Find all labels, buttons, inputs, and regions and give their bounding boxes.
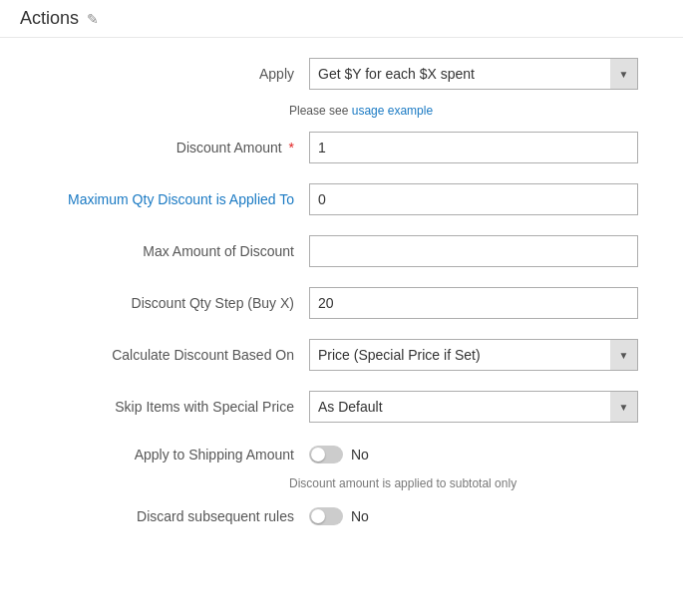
required-indicator: * <box>289 140 294 155</box>
apply-shipping-toggle-wrapper: No <box>309 446 638 463</box>
max-amount-label: Max Amount of Discount <box>20 243 309 259</box>
skip-items-label: Skip Items with Special Price <box>20 399 309 415</box>
skip-items-select-wrapper: As Default Yes No ▼ <box>309 391 638 423</box>
apply-row: Apply Get $Y for each $X spentPercent of… <box>0 48 683 100</box>
discount-amount-label: Discount Amount * <box>20 140 309 155</box>
apply-control: Get $Y for each $X spentPercent of produ… <box>309 58 638 90</box>
apply-shipping-control: No <box>309 446 638 463</box>
max-amount-control <box>309 235 638 267</box>
calculate-discount-select[interactable]: Price (Special Price if Set) Original Pr… <box>309 339 638 371</box>
skip-items-row: Skip Items with Special Price As Default… <box>0 381 683 433</box>
discard-rules-control: No <box>309 507 638 525</box>
shipping-note: Discount amount is applied to subtotal o… <box>0 476 683 494</box>
skip-items-control: As Default Yes No ▼ <box>309 391 638 423</box>
max-amount-input[interactable] <box>309 235 638 267</box>
usage-example-link[interactable]: usage example <box>352 104 433 118</box>
discard-rules-toggle[interactable] <box>309 507 343 525</box>
discount-amount-row: Discount Amount * <box>0 122 683 173</box>
section-title: Actions <box>20 8 79 29</box>
discard-rules-toggle-label: No <box>351 508 369 524</box>
apply-select-wrapper: Get $Y for each $X spentPercent of produ… <box>309 58 638 90</box>
max-qty-control <box>309 183 638 215</box>
apply-label: Apply <box>20 66 309 82</box>
apply-shipping-toggle-label: No <box>351 447 369 462</box>
apply-shipping-row: Apply to Shipping Amount No <box>0 433 683 476</box>
edit-icon[interactable]: ✎ <box>87 11 99 27</box>
discount-qty-step-label: Discount Qty Step (Buy X) <box>20 295 309 311</box>
usage-note: Please see usage example <box>0 104 683 122</box>
section-header: Actions ✎ <box>0 0 683 38</box>
apply-shipping-toggle[interactable] <box>309 446 343 463</box>
apply-shipping-label: Apply to Shipping Amount <box>20 447 309 462</box>
calculate-discount-label: Calculate Discount Based On <box>20 347 309 363</box>
discard-rules-label: Discard subsequent rules <box>20 508 309 524</box>
discard-rules-toggle-wrapper: No <box>309 507 638 525</box>
discount-qty-step-input[interactable] <box>309 287 638 319</box>
calculate-discount-row: Calculate Discount Based On Price (Speci… <box>0 329 683 381</box>
calculate-discount-select-wrapper: Price (Special Price if Set) Original Pr… <box>309 339 638 371</box>
max-qty-label: Maximum Qty Discount is Applied To <box>20 191 309 207</box>
discount-amount-control <box>309 132 638 163</box>
discount-qty-step-control <box>309 287 638 319</box>
max-qty-row: Maximum Qty Discount is Applied To <box>0 173 683 225</box>
skip-items-select[interactable]: As Default Yes No <box>309 391 638 423</box>
discount-amount-input[interactable] <box>309 132 638 163</box>
discard-rules-row: Discard subsequent rules No <box>0 494 683 538</box>
max-qty-input[interactable] <box>309 183 638 215</box>
max-amount-row: Max Amount of Discount <box>0 225 683 277</box>
apply-select[interactable]: Get $Y for each $X spentPercent of produ… <box>309 58 638 90</box>
calculate-discount-control: Price (Special Price if Set) Original Pr… <box>309 339 638 371</box>
discount-qty-step-row: Discount Qty Step (Buy X) <box>0 277 683 329</box>
